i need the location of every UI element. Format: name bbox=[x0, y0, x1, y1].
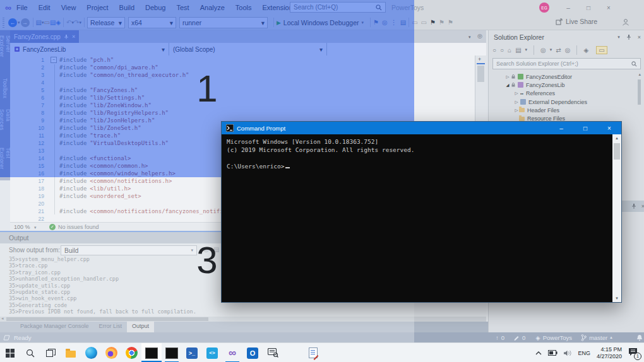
bookmark-next-icon[interactable]: ⚑ bbox=[448, 20, 453, 26]
taskbar-edge[interactable] bbox=[81, 343, 101, 362]
tab-options-icon[interactable]: ◎ bbox=[477, 33, 482, 39]
action-center-button[interactable]: 1 bbox=[628, 347, 638, 359]
save-all-icon[interactable]: ◈ bbox=[56, 20, 61, 26]
pencil-icon[interactable] bbox=[513, 334, 520, 341]
redo-caret[interactable]: ▾ bbox=[79, 20, 81, 25]
tree-item-references[interactable]: ▷ ▪▪ References bbox=[505, 90, 644, 98]
hot-reload-icon[interactable]: ⚑ bbox=[373, 20, 379, 26]
taskbar-chrome[interactable] bbox=[121, 343, 141, 362]
solution-explorer-header[interactable]: Solution Explorer ▾ × bbox=[489, 30, 644, 43]
horizontal-scrollbar[interactable]: ◂ bbox=[0, 317, 486, 322]
scroll-down-arrow[interactable]: ▾ bbox=[616, 296, 618, 301]
save-icon[interactable]: ▤ bbox=[50, 20, 56, 26]
bell-icon[interactable] bbox=[636, 334, 643, 341]
scroll-thumb[interactable] bbox=[477, 66, 484, 82]
refresh-icon[interactable]: ◎ bbox=[565, 47, 571, 54]
taskbar-visual-studio[interactable]: ∞ bbox=[222, 343, 242, 362]
feedback-person-icon[interactable] bbox=[622, 18, 629, 26]
tab-fancyzones-cpp[interactable]: FancyZones.cpp × bbox=[10, 30, 79, 43]
pending-changes-count[interactable]: 0 bbox=[522, 334, 525, 341]
close-panel-icon[interactable]: × bbox=[641, 203, 644, 209]
back-icon[interactable]: ○ bbox=[492, 47, 496, 54]
cmd-maximize-button[interactable]: □ bbox=[573, 122, 597, 134]
menu-debug[interactable]: Debug bbox=[145, 4, 165, 11]
taskbar-firefox[interactable] bbox=[101, 343, 121, 362]
indent-icon[interactable]: ▭ bbox=[412, 20, 417, 26]
member-nav-dropdown[interactable] bbox=[327, 43, 486, 55]
minimize-button[interactable]: – bbox=[558, 0, 578, 15]
tray-chevron-up-icon[interactable] bbox=[535, 351, 542, 355]
speaker-icon[interactable] bbox=[564, 350, 571, 356]
toolbar-grip[interactable] bbox=[3, 18, 4, 28]
tree-item-fancyzoneseditor[interactable]: ▷ FancyZonesEditor bbox=[505, 73, 644, 81]
avatar[interactable]: EG bbox=[539, 3, 549, 13]
menu-file[interactable]: File bbox=[16, 4, 28, 11]
pin-icon[interactable] bbox=[626, 35, 631, 40]
configuration-dropdown[interactable]: Release▾ bbox=[87, 17, 125, 28]
startup-project-dropdown[interactable]: runner▾ bbox=[179, 17, 268, 28]
sync-icon[interactable]: ⇄ bbox=[556, 47, 561, 54]
menu-view[interactable]: View bbox=[61, 4, 76, 11]
bookmark-prev-icon[interactable]: ⚑ bbox=[439, 20, 444, 26]
menu-project[interactable]: Project bbox=[86, 4, 108, 11]
start-debug-button[interactable]: ▶ Local Windows Debugger ▾ bbox=[277, 19, 364, 26]
tab-package-manager-console[interactable]: Package Manager Console bbox=[15, 322, 94, 332]
menu-tools[interactable]: Tools bbox=[236, 4, 252, 11]
battery-icon[interactable] bbox=[548, 350, 558, 356]
pin-icon[interactable] bbox=[64, 34, 69, 39]
taskbar-log-viewer[interactable] bbox=[263, 343, 283, 362]
navigate-back-button[interactable]: ← bbox=[8, 18, 17, 27]
health-status[interactable]: No issues found bbox=[58, 224, 99, 230]
navigate-back-caret[interactable]: ▾ bbox=[18, 20, 20, 25]
forward-icon[interactable]: ○ bbox=[500, 47, 504, 54]
tree-item-external-dependencies[interactable]: ▷ External Dependencies bbox=[505, 98, 644, 106]
tree-item-fancyzoneslib[interactable]: ◢ FancyZonesLib bbox=[505, 81, 644, 89]
open-file-icon[interactable]: ▭ bbox=[44, 20, 49, 26]
command-prompt-window[interactable]: Command Prompt – □ × Microsoft Windows [… bbox=[221, 121, 622, 303]
home-icon[interactable]: ⌂ bbox=[508, 47, 511, 54]
undo-icon[interactable]: ↶ bbox=[66, 20, 71, 26]
zoom-caret[interactable]: ▾ bbox=[34, 225, 37, 230]
repo-name[interactable]: PowerToys bbox=[543, 334, 572, 341]
console-prompt-line[interactable]: C:\Users\enrico> bbox=[227, 163, 610, 171]
redo-icon[interactable]: ↷ bbox=[74, 20, 79, 26]
live-share-button[interactable]: Live Share bbox=[556, 18, 597, 25]
taskbar-outlook[interactable]: O bbox=[242, 343, 263, 362]
close-tab-icon[interactable]: × bbox=[72, 33, 75, 40]
output-clear-icon[interactable]: ▤ bbox=[213, 247, 219, 253]
scroll-up-arrow[interactable]: ▴ bbox=[616, 136, 618, 141]
platform-dropdown[interactable]: x64▾ bbox=[128, 17, 176, 28]
task-view-button[interactable] bbox=[40, 343, 61, 362]
outline-icon[interactable]: ▤ bbox=[400, 20, 406, 26]
taskbar-vscode[interactable]: <> bbox=[202, 343, 222, 362]
preview-selected-toggle[interactable]: ▭ bbox=[596, 46, 607, 54]
tree-scroll-thumb[interactable] bbox=[638, 79, 641, 105]
cmd-minimize-button[interactable]: – bbox=[549, 122, 573, 134]
quick-search-input[interactable]: Search (Ctrl+Q) bbox=[290, 2, 386, 13]
maximize-button[interactable]: □ bbox=[578, 0, 599, 15]
more-options-icon[interactable]: ⋮ bbox=[391, 20, 397, 26]
scope-nav-dropdown[interactable]: (Global Scope) ▾ bbox=[169, 43, 327, 55]
taskbar-cmd-2[interactable] bbox=[162, 343, 182, 362]
solution-explorer-search-input[interactable]: Search Solution Explorer (Ctrl+;) bbox=[492, 58, 641, 69]
collapse-all-icon[interactable]: ◈ bbox=[583, 47, 588, 54]
scroll-left-arrow[interactable]: ◂ bbox=[1, 316, 4, 321]
language-indicator[interactable]: ENG bbox=[578, 350, 590, 356]
bookmark-icon[interactable]: ⚑ bbox=[430, 20, 436, 26]
tab-output[interactable]: Output bbox=[127, 322, 154, 332]
snapshot-icon[interactable]: ◎ bbox=[382, 20, 388, 26]
cmd-console-output[interactable]: Microsoft Windows [Version 10.0.18363.75… bbox=[227, 138, 610, 171]
taskbar-search-button[interactable] bbox=[20, 343, 40, 362]
start-button[interactable] bbox=[0, 343, 20, 362]
taskbar-clock[interactable]: 4:15 PM 4/27/2020 bbox=[597, 346, 622, 360]
menu-edit[interactable]: Edit bbox=[39, 4, 51, 11]
project-nav-dropdown[interactable]: FancyZonesLib ▾ bbox=[10, 43, 169, 55]
tab-list-caret[interactable]: ▾ bbox=[468, 35, 471, 40]
navigate-forward-button[interactable]: → bbox=[21, 18, 30, 27]
cmd-title-bar[interactable]: Command Prompt – □ × bbox=[222, 122, 621, 134]
taskbar-document-editor[interactable] bbox=[303, 343, 323, 362]
tab-error-list[interactable]: Error List bbox=[94, 322, 128, 332]
taskbar-file-explorer[interactable] bbox=[61, 343, 81, 362]
branch-name[interactable]: master bbox=[589, 334, 607, 341]
switch-views-icon[interactable]: ▤ bbox=[515, 47, 521, 54]
